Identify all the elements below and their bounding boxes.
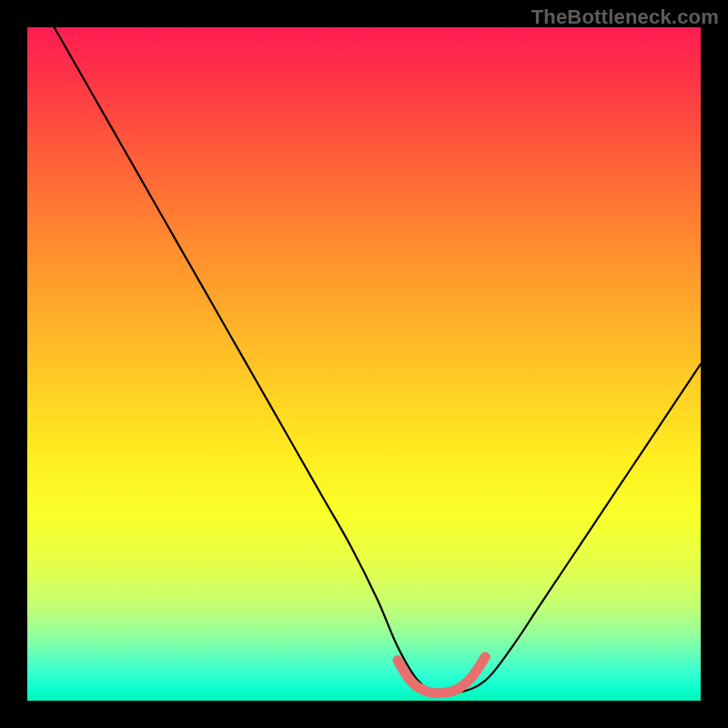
watermark-text: TheBottleneck.com (531, 5, 719, 29)
bottleneck-curve (55, 27, 701, 694)
chart-svg (27, 27, 701, 701)
chart-plot-area (27, 27, 701, 701)
chart-stage: TheBottleneck.com (0, 0, 728, 728)
